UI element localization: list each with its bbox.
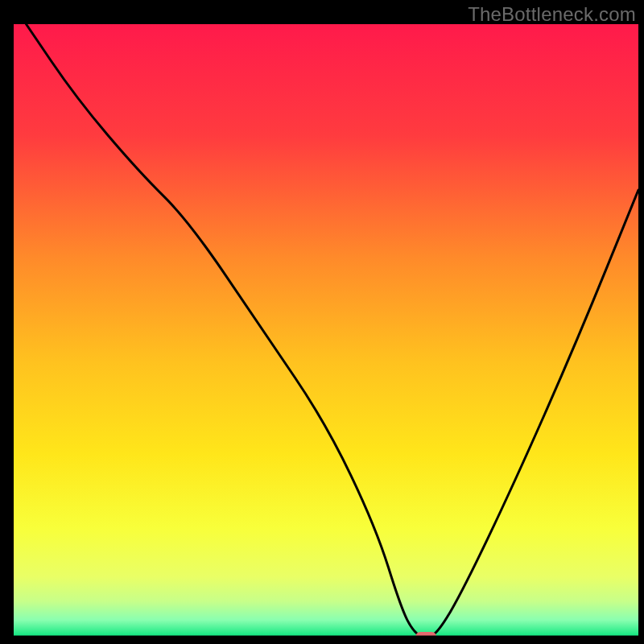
bottleneck-chart: TheBottleneck.com (0, 0, 644, 644)
watermark-text: TheBottleneck.com (468, 3, 636, 26)
plot-background (14, 24, 638, 638)
chart-svg (0, 0, 644, 644)
